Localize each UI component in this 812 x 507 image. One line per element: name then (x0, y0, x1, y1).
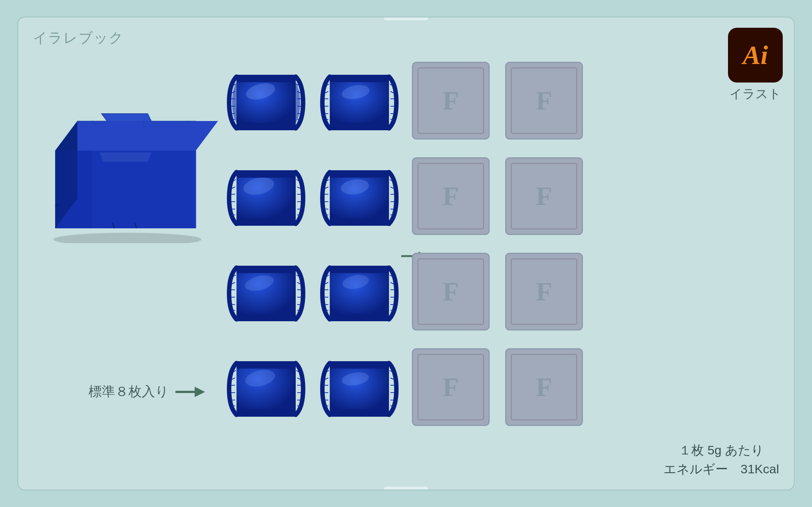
candy-packet-7 (225, 348, 307, 430)
gray-tile-letter-8: F (536, 372, 552, 403)
candy-packet-6 (319, 253, 400, 334)
svg-rect-81 (236, 266, 296, 273)
candy-packet-8 (319, 348, 400, 430)
candy-packet-1 (225, 62, 307, 143)
svg-rect-50 (236, 218, 296, 226)
ai-icon: Ai (728, 28, 783, 83)
gray-tile-letter-5: F (443, 276, 459, 307)
svg-rect-114 (236, 409, 296, 417)
svg-marker-12 (100, 152, 151, 162)
main-canvas: イラレブック Ai イラスト (17, 17, 795, 490)
svg-rect-65 (330, 170, 389, 178)
svg-point-0 (53, 233, 201, 243)
gray-tile-7: F (412, 348, 490, 426)
gray-tile-letter-1: F (443, 85, 459, 116)
gray-tile-6: F (505, 253, 583, 330)
svg-rect-49 (236, 170, 296, 178)
svg-rect-18 (236, 123, 296, 130)
standard-label: 標準８枚入り (88, 383, 205, 401)
candy-packet-3 (225, 157, 307, 239)
svg-rect-34 (330, 123, 389, 130)
bottom-highlight (384, 487, 428, 490)
candy-packet-5 (225, 253, 307, 334)
gray-tile-5: F (412, 253, 490, 330)
svg-rect-130 (330, 409, 389, 417)
top-highlight (384, 17, 428, 20)
gray-tile-letter-4: F (536, 181, 552, 212)
gray-tile-letter-7: F (443, 372, 459, 403)
svg-rect-128 (330, 363, 389, 415)
box-container (33, 84, 218, 243)
svg-rect-82 (236, 314, 296, 321)
nutrition-line2: エネルギー 31Kcal (664, 460, 779, 479)
ai-label: イラスト (729, 85, 781, 103)
gray-tile-letter-6: F (536, 276, 552, 307)
gray-tile-8: F (505, 348, 583, 426)
svg-rect-17 (236, 75, 296, 82)
gray-tile-2: F (505, 62, 583, 140)
svg-rect-32 (330, 77, 389, 128)
nutrition-line1: １枚 5g あたり (664, 441, 779, 460)
gray-tile-4: F (505, 157, 583, 235)
gray-tile-3: F (412, 157, 490, 235)
nutrition-info: １枚 5g あたり エネルギー 31Kcal (664, 441, 779, 479)
app-title: イラレブック (33, 28, 124, 47)
svg-rect-80 (236, 268, 296, 319)
candy-packet-4 (319, 157, 400, 239)
svg-rect-66 (330, 218, 389, 226)
standard-arrow (175, 387, 205, 397)
svg-rect-129 (330, 361, 389, 369)
svg-rect-98 (330, 314, 389, 321)
gray-tile-1: F (412, 62, 490, 140)
svg-rect-113 (236, 361, 296, 369)
svg-marker-2 (55, 121, 218, 151)
box-svg (33, 84, 218, 243)
grid-container: F F (225, 62, 590, 437)
svg-rect-97 (330, 266, 389, 273)
candy-packet-2 (319, 62, 400, 143)
svg-marker-11 (55, 151, 92, 228)
ai-icon-wrapper: Ai イラスト (728, 28, 783, 103)
gray-tile-letter-3: F (443, 181, 459, 212)
svg-rect-33 (330, 75, 389, 82)
gray-tile-letter-2: F (536, 85, 552, 116)
